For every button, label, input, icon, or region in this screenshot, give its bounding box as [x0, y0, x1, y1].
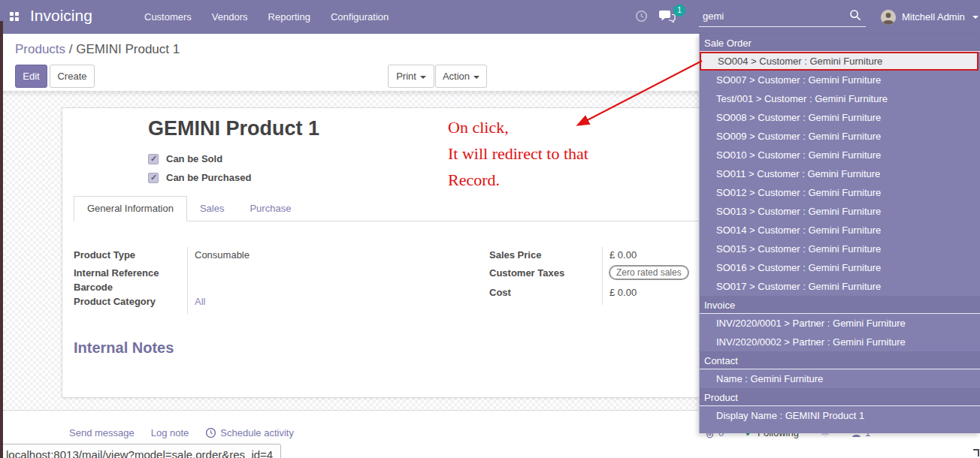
dropdown-item[interactable]: SO014 > Customer : Gemini Furniture: [700, 221, 980, 240]
product-type-label: Product Type: [74, 249, 135, 261]
status-url-tooltip: localhost:8013/mail/view?model=sale.orde…: [0, 444, 281, 458]
field-separator-line: [187, 247, 188, 314]
menu-reporting[interactable]: Reporting: [268, 11, 310, 23]
avatar: [881, 10, 896, 25]
dropdown-item[interactable]: Test/001 > Customer : Gemini Furniture: [700, 89, 980, 108]
menu-vendors[interactable]: Vendors: [212, 11, 248, 23]
caret-down-icon: [972, 16, 978, 19]
breadcrumb: Products / GEMINI Product 1: [15, 42, 180, 57]
dropdown-section-sale-order: Sale Order: [700, 34, 980, 52]
dropdown-section-product: Product: [700, 388, 980, 406]
can-be-sold-checkbox[interactable]: [148, 154, 159, 164]
customer-taxes-label: Customer Taxes: [489, 267, 564, 279]
dropdown-item[interactable]: SO010 > Customer : Gemini Furniture: [700, 146, 980, 164]
search-results-dropdown: Sale Order SO004 > Customer : Gemini Fur…: [699, 34, 980, 433]
print-dropdown-button[interactable]: Print: [388, 65, 434, 88]
dropdown-item[interactable]: SO011 > Customer : Gemini Furniture: [700, 164, 980, 183]
global-search: [699, 5, 866, 27]
dropdown-item[interactable]: SO013 > Customer : Gemini Furniture: [700, 202, 980, 221]
sales-price-value[interactable]: £ 0.00: [609, 249, 637, 261]
annotation-note: On click, It will redirect to that Recor…: [448, 114, 588, 193]
can-be-sold-row: Can be Sold: [148, 153, 222, 164]
action-dropdown-button[interactable]: Action: [435, 65, 487, 88]
can-be-purchased-label: Can be Purchased: [166, 172, 251, 183]
dropdown-item-so004-highlighted[interactable]: SO004 > Customer : Gemini Furniture: [700, 52, 978, 71]
user-menu[interactable]: Mitchell Admin: [881, 0, 978, 34]
apps-menu-icon[interactable]: [10, 12, 19, 21]
dropdown-item[interactable]: INV/2020/0002 > Partner : Gemini Furnitu…: [700, 333, 980, 351]
top-nav: Customers Vendors Reporting Configuratio…: [144, 0, 389, 34]
dropdown-item[interactable]: INV/2020/0001 > Partner : Gemini Furnitu…: [700, 314, 980, 333]
breadcrumb-products-link[interactable]: Products: [15, 42, 65, 56]
internal-reference-label: Internal Reference: [74, 267, 159, 279]
dropdown-item[interactable]: SO017 > Customer : Gemini Furniture: [700, 277, 980, 296]
top-bar: Invoicing Customers Vendors Reporting Co…: [0, 0, 980, 34]
breadcrumb-separator: /: [65, 42, 76, 56]
schedule-activity-link[interactable]: Schedule activity: [205, 427, 294, 438]
can-be-purchased-row: Can be Purchased: [148, 172, 251, 183]
can-be-purchased-checkbox[interactable]: [148, 173, 159, 183]
annotation-line: It will redirect to that: [448, 140, 588, 167]
screen: Invoicing Customers Vendors Reporting Co…: [0, 0, 980, 458]
product-category-label: Product Category: [74, 296, 156, 307]
tab-general-information[interactable]: General Information: [74, 196, 187, 221]
caret-down-icon: [420, 76, 426, 79]
dropdown-item[interactable]: SO009 > Customer : Gemini Furniture: [700, 127, 980, 146]
annotation-line: Record.: [448, 167, 588, 193]
window-edge-strip: [0, 21, 3, 458]
dropdown-item[interactable]: SO008 > Customer : Gemini Furniture: [700, 108, 980, 127]
tab-sales[interactable]: Sales: [187, 196, 237, 221]
product-type-value[interactable]: Consumable: [195, 249, 250, 261]
breadcrumb-current: GEMINI Product 1: [76, 42, 180, 56]
menu-customers[interactable]: Customers: [144, 11, 192, 23]
dropdown-item[interactable]: SO007 > Customer : Gemini Furniture: [700, 71, 980, 89]
send-message-link[interactable]: Send message: [69, 427, 135, 438]
field-separator-line: [602, 247, 603, 305]
message-count-badge: 1: [673, 5, 685, 17]
cost-value[interactable]: £ 0.00: [609, 287, 637, 298]
dropdown-item[interactable]: Display Name : GEMINI Product 1: [700, 406, 980, 425]
search-icon[interactable]: [849, 9, 861, 23]
resize-corner-mark: [973, 449, 979, 456]
tab-purchase[interactable]: Purchase: [237, 196, 304, 221]
product-category-value[interactable]: All: [195, 296, 205, 307]
menu-configuration[interactable]: Configuration: [331, 11, 389, 23]
create-button[interactable]: Create: [50, 65, 95, 88]
dropdown-section-contact: Contact: [700, 351, 980, 369]
dropdown-item[interactable]: SO015 > Customer : Gemini Furniture: [700, 240, 980, 258]
dropdown-item[interactable]: Name : Gemini Furniture: [700, 369, 980, 388]
edit-button[interactable]: Edit: [15, 65, 47, 88]
caret-down-icon: [473, 76, 479, 79]
user-name: Mitchell Admin: [902, 11, 965, 23]
sales-price-label: Sales Price: [489, 249, 541, 261]
dropdown-section-invoice: Invoice: [700, 296, 980, 314]
dropdown-item[interactable]: SO016 > Customer : Gemini Furniture: [700, 258, 980, 277]
internal-notes-heading: Internal Notes: [74, 339, 174, 357]
chatter-links: Send message Log note Schedule activity: [69, 427, 294, 438]
log-note-link[interactable]: Log note: [151, 427, 189, 438]
cost-label: Cost: [489, 287, 511, 298]
product-title: GEMINI Product 1: [148, 117, 319, 140]
search-input[interactable]: [699, 7, 845, 25]
customer-taxes-tag[interactable]: Zero rated sales: [609, 265, 689, 280]
can-be-sold-label: Can be Sold: [166, 153, 222, 164]
barcode-label: Barcode: [74, 282, 113, 293]
dropdown-item[interactable]: SO012 > Customer : Gemini Furniture: [700, 183, 980, 202]
app-title[interactable]: Invoicing: [30, 7, 92, 25]
schedule-clock-icon: [205, 427, 216, 438]
annotation-line: On click,: [448, 114, 588, 140]
activities-clock-icon[interactable]: [635, 10, 648, 25]
